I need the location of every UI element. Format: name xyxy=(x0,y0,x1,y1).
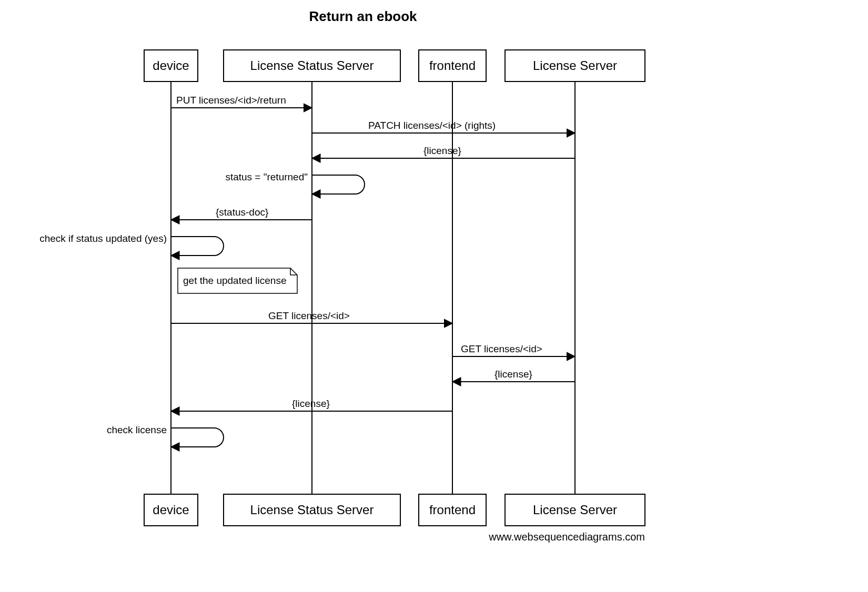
msg-label: {status-doc} xyxy=(216,207,268,218)
participant-frontend-top: frontend xyxy=(419,50,486,81)
participant-label: device xyxy=(153,503,189,517)
msg-label: {license} xyxy=(292,398,330,409)
msg-label: PATCH licenses/<id> (rights) xyxy=(368,120,496,131)
msg-label: GET licenses/<id> xyxy=(461,343,542,354)
participant-device-bottom: device xyxy=(144,494,198,526)
msg-put-return: PUT licenses/<id>/return xyxy=(171,95,312,108)
participant-label: License Status Server xyxy=(250,58,374,73)
participant-label: frontend xyxy=(429,503,476,517)
msg-label: {license} xyxy=(494,369,532,380)
msg-license-1: {license} xyxy=(312,145,575,158)
participant-device-top: device xyxy=(144,50,198,81)
msg-label: status = "returned" xyxy=(225,171,308,182)
msg-label: PUT licenses/<id>/return xyxy=(176,95,286,106)
msg-patch-rights: PATCH licenses/<id> (rights) xyxy=(312,120,575,133)
participant-label: License Server xyxy=(533,503,617,517)
note-label: get the updated license xyxy=(183,275,287,286)
sequence-diagram: Return an ebook device License Status Se… xyxy=(0,0,868,592)
msg-label: check if status updated (yes) xyxy=(39,233,167,244)
msg-status-doc: {status-doc} xyxy=(171,207,312,220)
participant-label: License Status Server xyxy=(250,503,374,517)
msg-status-returned: status = "returned" xyxy=(225,171,365,194)
diagram-title: Return an ebook xyxy=(309,8,417,24)
footer-credit: www.websequencediagrams.com xyxy=(488,531,645,543)
participant-label: frontend xyxy=(429,58,476,73)
msg-check-license: check license xyxy=(107,424,224,447)
msg-label: GET licenses/<id> xyxy=(268,310,350,321)
participant-ls-bottom: License Server xyxy=(505,494,645,526)
participant-lss-bottom: License Status Server xyxy=(224,494,400,526)
participant-ls-top: License Server xyxy=(505,50,645,81)
msg-get-licenses-ls: GET licenses/<id> xyxy=(452,343,575,356)
participant-label: License Server xyxy=(533,58,617,73)
participant-lss-top: License Status Server xyxy=(224,50,400,81)
note-get-updated-license: get the updated license xyxy=(178,268,297,293)
participant-label: device xyxy=(153,58,189,73)
msg-check-status: check if status updated (yes) xyxy=(39,233,224,256)
msg-label: check license xyxy=(107,424,167,435)
msg-label: {license} xyxy=(423,145,461,156)
msg-license-2: {license} xyxy=(452,369,575,382)
participant-frontend-bottom: frontend xyxy=(419,494,486,526)
